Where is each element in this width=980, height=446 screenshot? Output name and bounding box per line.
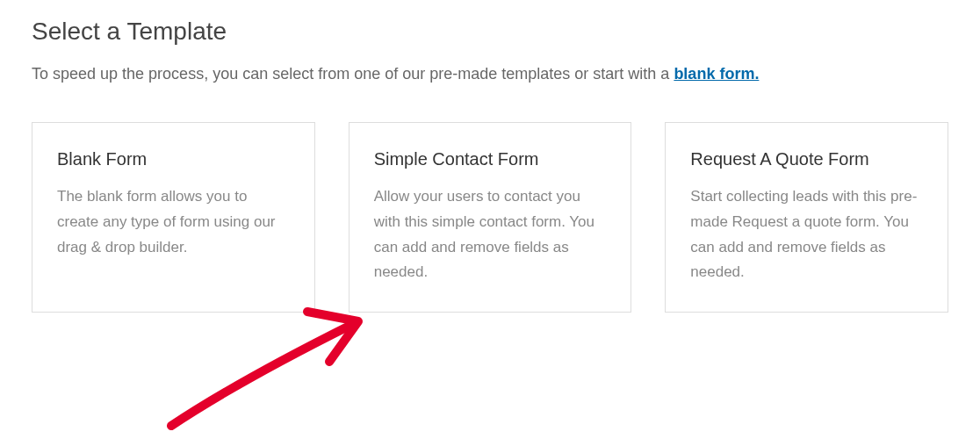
template-card-desc: Start collecting leads with this pre-mad… [690,184,923,286]
page-title: Select a Template [32,18,948,46]
template-card-desc: Allow your users to contact you with thi… [374,184,607,286]
template-card-title: Simple Contact Form [374,147,607,170]
template-grid: Blank Form The blank form allows you to … [32,122,948,313]
template-card-desc: The blank form allows you to create any … [57,184,290,261]
intro-text: To speed up the process, you can select … [32,61,948,87]
blank-form-link[interactable]: blank form. [674,65,759,83]
template-card-blank-form[interactable]: Blank Form The blank form allows you to … [32,122,315,313]
template-card-title: Blank Form [57,147,290,170]
template-card-simple-contact[interactable]: Simple Contact Form Allow your users to … [349,122,632,313]
template-card-title: Request A Quote Form [690,147,923,170]
intro-prefix: To speed up the process, you can select … [32,65,674,83]
template-card-request-quote[interactable]: Request A Quote Form Start collecting le… [665,122,948,313]
